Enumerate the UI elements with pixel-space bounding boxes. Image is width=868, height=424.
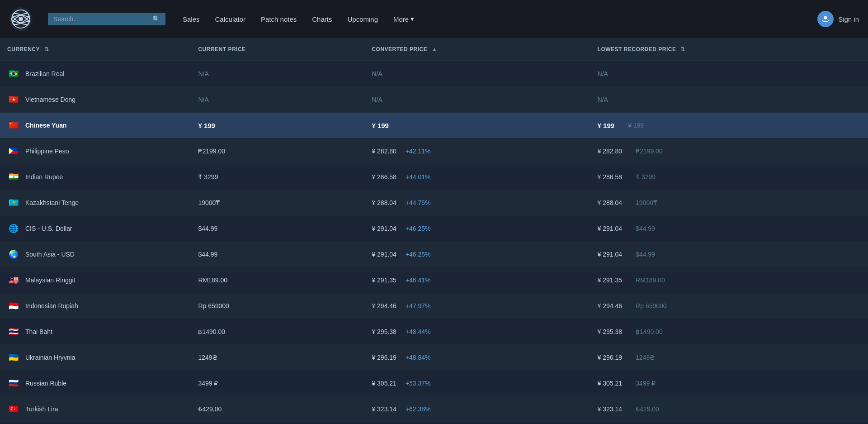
converted-price-5: ¥ 288.04 +44.75% bbox=[364, 190, 590, 216]
currency-name-11: Ukrainian Hryvnia bbox=[25, 354, 75, 361]
currency-cell-3: 🇵🇭 Philippine Peso bbox=[0, 138, 191, 164]
lowest-original-9: Rp 659000 bbox=[636, 302, 667, 310]
currency-name-12: Russian Ruble bbox=[25, 380, 66, 387]
currency-cell-10: 🇹🇭 Thai Baht bbox=[0, 319, 191, 345]
svg-point-7 bbox=[824, 16, 827, 19]
currency-cell-4: 🇮🇳 Indian Rupee bbox=[0, 164, 191, 190]
currency-name-7: South Asia - USD bbox=[25, 251, 75, 258]
steam-logo bbox=[820, 14, 831, 24]
converted-pct-8: +46.41% bbox=[406, 276, 431, 284]
lowest-price-11: ¥ 296.19 1249₴ bbox=[590, 345, 868, 371]
currency-cell-14: 🇵🇪 Peruvian Sol bbox=[0, 422, 191, 424]
table-row: 🇰🇿 Kazakhstani Tenge 19000₸ ¥ 288.04 +44… bbox=[0, 190, 868, 216]
converted-price-11: ¥ 296.19 +48.84% bbox=[364, 345, 590, 371]
converted-pct-11: +48.84% bbox=[406, 354, 431, 361]
nav-charts[interactable]: Charts bbox=[306, 12, 338, 27]
converted-price-12: ¥ 305.21 +53.37% bbox=[364, 371, 590, 396]
sign-in-button[interactable]: Sign in bbox=[817, 11, 859, 27]
table-row: 🇵🇭 Philippine Peso ₱2199.00 ¥ 282.80 +42… bbox=[0, 138, 868, 164]
search-box[interactable]: 🔍 bbox=[48, 13, 165, 25]
navbar: 🔍 Sales Calculator Patch notes Charts Up… bbox=[0, 0, 868, 38]
nav-more[interactable]: More ▾ bbox=[387, 11, 420, 27]
flag-5: 🇰🇿 bbox=[7, 196, 20, 209]
nav-links: Sales Calculator Patch notes Charts Upco… bbox=[176, 11, 807, 27]
chevron-down-icon: ▾ bbox=[410, 15, 414, 23]
currency-name-5: Kazakhstani Tenge bbox=[25, 199, 79, 206]
lowest-price-2: ¥ 199 ¥ 199 bbox=[590, 113, 868, 138]
current-price-14: S/.218.00 bbox=[191, 422, 364, 424]
header-lowest-label: LOWEST RECORDED PRICE bbox=[598, 46, 676, 52]
table-row: 🇺🇦 Ukrainian Hryvnia 1249₴ ¥ 296.19 +48.… bbox=[0, 345, 868, 371]
lowest-original-2: ¥ 199 bbox=[628, 122, 644, 129]
converted-price-2: ¥ 199 bbox=[364, 113, 590, 138]
current-price-9: Rp 659000 bbox=[191, 293, 364, 319]
price-table: CURRENCY ⇅ CURRENT PRICE CONVERTED PRICE… bbox=[0, 38, 868, 424]
converted-price-1: N/A bbox=[364, 87, 590, 113]
current-price-3: ₱2199.00 bbox=[191, 138, 364, 164]
converted-price-10: ¥ 295.38 +48.44% bbox=[364, 319, 590, 345]
header-lowest-price[interactable]: LOWEST RECORDED PRICE ⇅ bbox=[590, 38, 868, 61]
lowest-price-5: ¥ 288.04 19000₸ bbox=[590, 190, 868, 216]
currency-cell-5: 🇰🇿 Kazakhstani Tenge bbox=[0, 190, 191, 216]
converted-price-8: ¥ 291.35 +46.41% bbox=[364, 267, 590, 293]
sign-in-label: Sign in bbox=[838, 15, 859, 23]
converted-price-14: ¥ 355.67 +78.73% bbox=[364, 422, 590, 424]
converted-price-13: ¥ 323.14 +62.38% bbox=[364, 396, 590, 422]
table-row: 🇲🇾 Malaysian Ringgit RM189.00 ¥ 291.35 +… bbox=[0, 267, 868, 293]
currency-cell-12: 🇷🇺 Russian Ruble bbox=[0, 371, 191, 396]
nav-calculator[interactable]: Calculator bbox=[209, 12, 252, 27]
flag-8: 🇲🇾 bbox=[7, 274, 20, 286]
lowest-price-0: N/A bbox=[590, 61, 868, 87]
current-price-2: ¥ 199 bbox=[191, 113, 364, 138]
header-converted-price[interactable]: CONVERTED PRICE ▲ bbox=[364, 38, 590, 61]
lowest-price-13: ¥ 323.14 ₺429,00 bbox=[590, 396, 868, 422]
current-price-10: ฿1490.00 bbox=[191, 319, 364, 345]
search-input[interactable] bbox=[53, 15, 149, 23]
currency-cell-13: 🇹🇷 Turkish Lira bbox=[0, 396, 191, 422]
converted-price-7: ¥ 291.04 +46.25% bbox=[364, 242, 590, 267]
nav-upcoming[interactable]: Upcoming bbox=[341, 12, 384, 27]
flag-3: 🇵🇭 bbox=[7, 145, 20, 157]
lowest-original-6: $44.99 bbox=[636, 225, 655, 232]
currency-cell-2: 🇨🇳 Chinese Yuan bbox=[0, 113, 191, 138]
logo-icon bbox=[9, 7, 33, 31]
current-price-5: 19000₸ bbox=[191, 190, 364, 216]
lowest-original-4: ₹ 3299 bbox=[636, 173, 656, 181]
currency-name-10: Thai Baht bbox=[25, 328, 52, 335]
flag-12: 🇷🇺 bbox=[7, 377, 20, 390]
table-row: 🌏 South Asia - USD $44.99 ¥ 291.04 +46.2… bbox=[0, 242, 868, 267]
flag-2: 🇨🇳 bbox=[7, 119, 20, 132]
lowest-price-12: ¥ 305.21 3499 ₽ bbox=[590, 371, 868, 396]
table-header: CURRENCY ⇅ CURRENT PRICE CONVERTED PRICE… bbox=[0, 38, 868, 61]
header-currency[interactable]: CURRENCY ⇅ bbox=[0, 38, 191, 61]
lowest-price-8: ¥ 291.35 RM189.00 bbox=[590, 267, 868, 293]
current-price-13: ₺429,00 bbox=[191, 396, 364, 422]
flag-9: 🇮🇩 bbox=[7, 300, 20, 312]
converted-pct-9: +47.97% bbox=[406, 302, 431, 310]
currency-name-8: Malaysian Ringgit bbox=[25, 276, 75, 284]
currency-name-0: Brazilian Real bbox=[25, 70, 64, 77]
converted-pct-12: +53.37% bbox=[406, 380, 431, 387]
sort-arrow-lowest: ⇅ bbox=[680, 46, 685, 52]
table-row: 🇮🇳 Indian Rupee ₹ 3299 ¥ 286.58 +44.01% … bbox=[0, 164, 868, 190]
converted-price-4: ¥ 286.58 +44.01% bbox=[364, 164, 590, 190]
sort-arrow-currency: ⇅ bbox=[44, 46, 49, 52]
header-current-price: CURRENT PRICE bbox=[191, 38, 364, 61]
table-body: 🇧🇷 Brazilian Real N/A N/A N/A 🇻🇳 Vietnam… bbox=[0, 61, 868, 424]
converted-price-3: ¥ 282.80 +42.11% bbox=[364, 138, 590, 164]
current-price-0: N/A bbox=[191, 61, 364, 87]
currency-name-2: Chinese Yuan bbox=[25, 122, 67, 129]
converted-pct-5: +44.75% bbox=[406, 199, 431, 206]
current-price-12: 3499 ₽ bbox=[191, 371, 364, 396]
price-table-container: CURRENCY ⇅ CURRENT PRICE CONVERTED PRICE… bbox=[0, 38, 868, 424]
lowest-price-4: ¥ 286.58 ₹ 3299 bbox=[590, 164, 868, 190]
flag-10: 🇹🇭 bbox=[7, 325, 20, 338]
nav-patch-notes[interactable]: Patch notes bbox=[255, 12, 303, 27]
nav-sales[interactable]: Sales bbox=[176, 12, 206, 27]
flag-6: 🌐 bbox=[7, 222, 20, 235]
lowest-original-5: 19000₸ bbox=[636, 199, 657, 206]
currency-cell-8: 🇲🇾 Malaysian Ringgit bbox=[0, 267, 191, 293]
converted-pct-13: +62.38% bbox=[406, 405, 431, 413]
flag-11: 🇺🇦 bbox=[7, 351, 20, 364]
converted-pct-6: +46.25% bbox=[406, 225, 431, 232]
